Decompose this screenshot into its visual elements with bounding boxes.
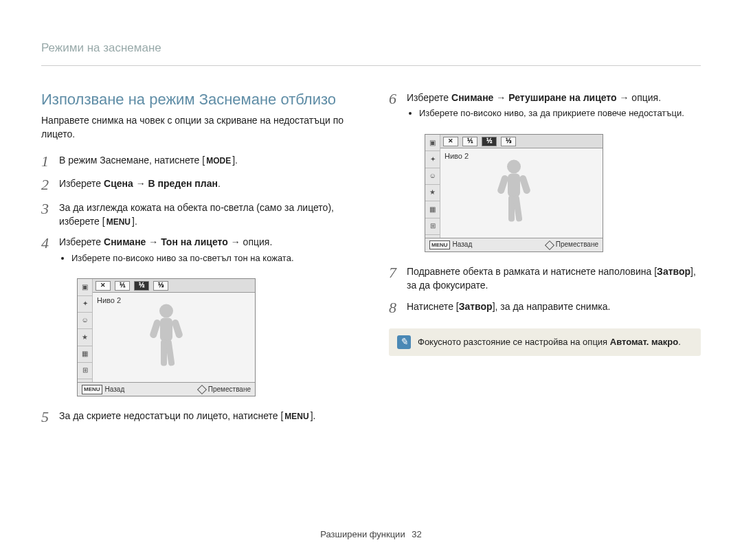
camera-screen: ▣✦☺★▦⊞✋✕⅟₁⅟₂⅟₃Ниво 2MENUНазадПреместване <box>77 278 256 396</box>
camera-side-icon: ✦ <box>78 296 92 313</box>
move-label-group: Преместване <box>546 240 598 250</box>
step-sub: Изберете по-високо ниво за по-светъл тон… <box>71 252 353 265</box>
svg-rect-9 <box>519 175 531 195</box>
step: 1В режим Заснемане, натиснете [MODE]. <box>41 153 353 170</box>
menu-tag: MENU <box>82 385 102 394</box>
step-number: 6 <box>389 91 407 107</box>
camera-side-icon: ★ <box>425 185 440 201</box>
level-label: Ниво 2 <box>445 151 469 162</box>
level-option: ✕ <box>443 137 458 146</box>
rule <box>41 65 701 66</box>
info-icon: ✎ <box>397 335 411 349</box>
intro-text: Направете снимка на човек с опции за скр… <box>41 114 353 141</box>
steps-right: 6Изберете Снимане → Ретуширане на лицето… <box>389 91 701 316</box>
step-body: Изберете Снимане → Ретуширане на лицето … <box>407 91 701 122</box>
level-option: ⅟₁ <box>462 137 477 146</box>
two-column-layout: Използване на режим Заснемане отблизо На… <box>41 91 701 433</box>
step-body: За да скриете недостатъци по лицето, нат… <box>59 409 353 423</box>
step-sub-item: Изберете по-високо ниво, за да прикриете… <box>419 107 701 120</box>
step-sub: Изберете по-високо ниво, за да прикриете… <box>419 107 701 120</box>
section-title: Използване на режим Заснемане отблизо <box>41 91 353 109</box>
step-number: 2 <box>41 177 59 193</box>
camera-bottom-bar: MENUНазадПреместване <box>425 238 603 251</box>
camera-screen: ▣✦☺★▦⊞✋✕⅟₁⅟₂⅟₃Ниво 2MENUНазадПреместване <box>425 134 603 252</box>
page-number: 32 <box>412 529 421 539</box>
dpad-icon <box>545 240 554 250</box>
note-text: Фокусното разстояние се настройва на опц… <box>418 337 681 347</box>
step-sub-item: Изберете по-високо ниво за по-светъл тон… <box>71 252 353 265</box>
right-column: 6Изберете Снимане → Ретуширане на лицето… <box>389 91 701 433</box>
step: 4Изберете Снимане → Тон на лицето → опци… <box>41 235 353 266</box>
camera-side-icon: ⊞ <box>78 363 92 379</box>
camera-bottom-bar: MENUНазадПреместване <box>78 382 255 396</box>
camera-side-icon: ▣ <box>78 279 92 295</box>
step-body: Натиснете [Затвор], за да направите сним… <box>407 300 701 313</box>
left-column: Използване на режим Заснемане отблизо На… <box>41 91 353 433</box>
step: 3За да изглежда кожата на обекта по-свет… <box>41 201 353 229</box>
level-option: ⅟₁ <box>115 281 130 291</box>
menu-tag: MENU <box>429 240 450 250</box>
step-number: 3 <box>41 201 59 217</box>
step-illustration: ▣✦☺★▦⊞✋✕⅟₁⅟₂⅟₃Ниво 2MENUНазадПреместване <box>389 128 701 258</box>
step-number: 7 <box>389 265 407 281</box>
camera-side-icon: ✦ <box>425 151 440 168</box>
level-label: Ниво 2 <box>97 295 121 306</box>
menu-key: MENU <box>105 217 132 227</box>
footer-label: Разширени функции <box>320 529 405 539</box>
info-note: ✎ Фокусното разстояние се настройва на о… <box>389 328 701 356</box>
level-option: ⅟₃ <box>153 281 168 291</box>
camera-side-icon: ▣ <box>425 135 440 151</box>
step-body: В режим Заснемане, натиснете [MODE]. <box>59 153 353 167</box>
move-label: Преместване <box>556 240 598 250</box>
step-illustration: ▣✦☺★▦⊞✋✕⅟₁⅟₂⅟₃Ниво 2MENUНазадПреместване <box>41 273 353 402</box>
move-label-group: Преместване <box>199 385 251 395</box>
step-body: Изберете Снимане → Тон на лицето → опция… <box>59 235 353 266</box>
step: 2Изберете Сцена → В преден план. <box>41 177 353 193</box>
svg-rect-3 <box>171 319 183 339</box>
camera-side-icons: ▣✦☺★▦⊞✋ <box>425 135 440 251</box>
step: 6Изберете Снимане → Ретуширане на лицето… <box>389 91 701 122</box>
level-option: ⅟₃ <box>501 137 516 146</box>
step-number: 5 <box>41 409 59 425</box>
menu-key: MENU <box>283 412 310 421</box>
step-body: Подравнете обекта в рамката и натиснете … <box>407 265 701 293</box>
camera-level-selector: ✕⅟₁⅟₂⅟₃ <box>93 279 255 293</box>
svg-rect-2 <box>149 319 161 339</box>
svg-rect-1 <box>160 318 172 341</box>
back-label: Назад <box>453 240 473 250</box>
manual-page: Режими на заснемане Използване на режим … <box>0 0 742 560</box>
step-number: 8 <box>389 300 407 316</box>
step: 5За да скриете недостатъци по лицето, на… <box>41 409 353 425</box>
dpad-icon <box>197 385 207 394</box>
step-body: Изберете Сцена → В преден план. <box>59 177 353 190</box>
step: 8Натиснете [Затвор], за да направите сни… <box>389 300 701 316</box>
camera-side-icon: ☺ <box>78 313 92 329</box>
camera-side-icon: ▦ <box>425 201 440 218</box>
camera-level-selector: ✕⅟₁⅟₂⅟₃ <box>440 135 603 148</box>
step-number: 1 <box>41 153 59 170</box>
step: 7Подравнете обекта в рамката и натиснете… <box>389 265 701 293</box>
camera-side-icon: ★ <box>78 329 92 346</box>
step-body: За да изглежда кожата на обекта по-светл… <box>59 201 353 229</box>
move-label: Преместване <box>208 385 251 395</box>
svg-point-6 <box>507 160 521 174</box>
breadcrumb: Режими на заснемане <box>41 41 701 55</box>
step-number: 4 <box>41 235 59 251</box>
subject-silhouette-icon <box>490 157 538 229</box>
camera-side-icon: ▦ <box>78 346 92 363</box>
page-footer: Разширени функции 32 <box>0 529 742 539</box>
svg-rect-7 <box>508 174 520 197</box>
level-option: ⅟₂ <box>134 281 149 291</box>
camera-side-icon: ⊞ <box>425 219 440 235</box>
subject-silhouette-icon <box>142 302 190 374</box>
back-label: Назад <box>105 385 125 395</box>
mode-key: MODE <box>205 156 232 166</box>
camera-side-icons: ▣✦☺★▦⊞✋ <box>78 279 93 396</box>
steps-left: 1В режим Заснемане, натиснете [MODE].2Из… <box>41 153 353 425</box>
svg-rect-8 <box>497 175 509 195</box>
level-option: ⅟₂ <box>482 137 497 146</box>
level-option: ✕ <box>95 281 111 291</box>
svg-point-0 <box>159 304 173 318</box>
camera-side-icon: ☺ <box>425 168 440 185</box>
